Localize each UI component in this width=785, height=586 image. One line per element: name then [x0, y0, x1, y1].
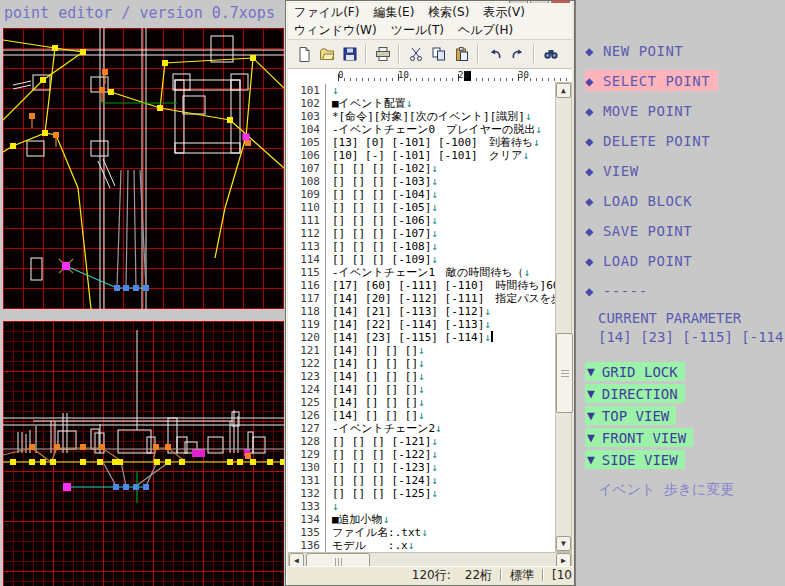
editor-line: 109[] [] [] [-104]↓ — [288, 188, 557, 201]
redo-button[interactable] — [506, 43, 529, 65]
waypoint-marker[interactable] — [143, 285, 149, 291]
waypoint-marker[interactable] — [113, 484, 119, 490]
waypoint-marker[interactable] — [99, 87, 105, 93]
waypoint-marker[interactable] — [62, 262, 70, 270]
viewport-side-view[interactable] — [3, 321, 284, 586]
waypoint-marker[interactable] — [227, 117, 233, 123]
new-file-button[interactable] — [292, 43, 315, 65]
waypoint-marker[interactable] — [143, 484, 149, 490]
menu-item[interactable]: ウィンドウ(W) — [288, 20, 385, 41]
scroll-down-arrow-icon[interactable]: ▼ — [556, 536, 571, 551]
waypoint-marker[interactable] — [99, 444, 105, 450]
waypoint-marker[interactable] — [80, 444, 86, 450]
waypoint-marker[interactable] — [243, 134, 250, 141]
toggle-front-view[interactable]: ▼FRONT VIEW — [585, 428, 693, 447]
sidebar-item-load-point[interactable]: ◆LOAD POINT — [585, 250, 692, 271]
sidebar-item-select-point[interactable]: ◆SELECT POINT — [585, 70, 718, 91]
waypoint-marker[interactable] — [63, 483, 71, 491]
waypoint-marker[interactable] — [237, 459, 243, 465]
sidebar-item-delete-point[interactable]: ◆DELETE POINT — [585, 130, 710, 151]
waypoint-marker[interactable] — [245, 140, 251, 146]
waypoint-marker[interactable] — [40, 459, 46, 465]
diamond-bullet-icon: ◆ — [585, 193, 594, 209]
line-text: [] [] [] [-109] — [332, 253, 431, 266]
waypoint-marker[interactable] — [53, 132, 59, 138]
toggle-top-view[interactable]: ▼TOP VIEW — [585, 406, 676, 425]
line-number: 124 — [288, 383, 326, 396]
toggle-grid-lock[interactable]: ▼GRID LOCK — [585, 362, 685, 381]
waypoint-marker[interactable] — [40, 77, 46, 83]
waypoint-marker[interactable] — [153, 444, 159, 450]
waypoint-marker[interactable] — [162, 60, 168, 66]
waypoint-marker[interactable] — [52, 45, 58, 51]
waypoint-marker[interactable] — [29, 459, 35, 465]
waypoint-marker[interactable] — [29, 444, 35, 450]
sidebar-item-load-block[interactable]: ◆LOAD BLOCK — [585, 190, 692, 211]
waypoint-marker[interactable] — [10, 143, 16, 149]
editor-line: 128[] [] [] [-121]↓ — [288, 435, 557, 448]
ruler-number: 30 — [518, 70, 529, 80]
waypoint-marker[interactable] — [50, 459, 56, 465]
menu-item[interactable]: ツール(T) — [385, 20, 452, 41]
waypoint-marker[interactable] — [102, 69, 108, 75]
line-number: 103 — [288, 110, 326, 123]
waypoint-marker[interactable] — [157, 105, 163, 111]
waypoint-marker[interactable] — [250, 55, 256, 61]
sidebar-item-label: LOAD BLOCK — [603, 193, 692, 209]
toggle-side-view[interactable]: ▼SIDE VIEW — [585, 450, 685, 469]
diamond-bullet-icon: ◆ — [585, 133, 594, 149]
print-button[interactable] — [371, 43, 394, 65]
waypoint-marker[interactable] — [80, 459, 86, 465]
undo-button[interactable] — [483, 43, 506, 65]
waypoint-marker[interactable] — [227, 459, 233, 465]
waypoint-marker[interactable] — [10, 459, 16, 465]
waypoint-marker[interactable] — [29, 113, 35, 119]
cut-button[interactable] — [404, 43, 427, 65]
editor-line: 103*[命令][対象][次のイベント][識別]↓ — [288, 110, 557, 123]
open-file-button[interactable] — [315, 43, 338, 65]
waypoint-marker[interactable] — [245, 453, 251, 459]
waypoint-marker[interactable] — [250, 459, 256, 465]
vertical-scroll-thumb[interactable] — [556, 333, 573, 413]
linebreak-arrow-icon: ↓ — [435, 422, 442, 435]
waypoint-marker[interactable] — [42, 130, 48, 136]
sidebar-item-[interactable]: ◆----- — [585, 280, 648, 301]
save-file-button[interactable] — [338, 43, 361, 65]
sidebar-item-move-point[interactable]: ◆MOVE POINT — [585, 100, 692, 121]
waypoint-marker[interactable] — [165, 459, 171, 465]
waypoint-marker[interactable] — [114, 285, 120, 291]
sidebar-item-view[interactable]: ◆VIEW — [585, 160, 639, 181]
waypoint-marker[interactable] — [280, 459, 284, 465]
text-edit-area[interactable]: 101↓102■イベント配置↓103*[命令][対象][次のイベント][識別]↓… — [288, 82, 557, 552]
line-number: 106 — [288, 149, 326, 162]
waypoint-marker[interactable] — [97, 459, 103, 465]
editor-line: 132[] [] [] [-125]↓ — [288, 487, 557, 500]
menu-item[interactable]: ヘルプ(H) — [452, 20, 521, 41]
copy-button[interactable] — [427, 43, 450, 65]
linebreak-arrow-icon: ↓ — [535, 123, 542, 136]
waypoint-marker[interactable] — [108, 89, 114, 95]
waypoint-marker[interactable] — [154, 459, 160, 465]
paste-button[interactable] — [450, 43, 473, 65]
vertical-scrollbar[interactable]: ▲ ▼ — [555, 82, 572, 552]
waypoint-marker[interactable] — [179, 459, 185, 465]
viewport-top-view[interactable] — [3, 28, 284, 309]
waypoint-marker[interactable] — [267, 459, 273, 465]
line-text: [17] [60] [-111] [-110] 時間待ち]60秒 — [332, 279, 557, 292]
waypoint-marker[interactable] — [133, 484, 139, 490]
waypoint-marker[interactable] — [80, 49, 86, 55]
linebreak-arrow-icon: ↓ — [332, 84, 339, 97]
waypoint-marker[interactable] — [133, 285, 139, 291]
toggle-direction[interactable]: ▼DIRECTION — [585, 384, 685, 403]
linebreak-arrow-icon: ↓ — [484, 318, 491, 331]
sidebar-item-new-point[interactable]: ◆NEW POINT — [585, 40, 683, 61]
waypoint-marker[interactable] — [117, 459, 123, 465]
scroll-up-arrow-icon[interactable]: ▲ — [556, 83, 571, 98]
waypoint-marker[interactable] — [123, 484, 129, 490]
find-button[interactable] — [539, 43, 562, 65]
waypoint-marker[interactable] — [165, 444, 171, 450]
waypoint-marker[interactable] — [54, 444, 60, 450]
line-text: -イベントチェーン2 — [332, 422, 435, 435]
sidebar-item-save-point[interactable]: ◆SAVE POINT — [585, 220, 692, 241]
waypoint-marker[interactable] — [123, 285, 129, 291]
